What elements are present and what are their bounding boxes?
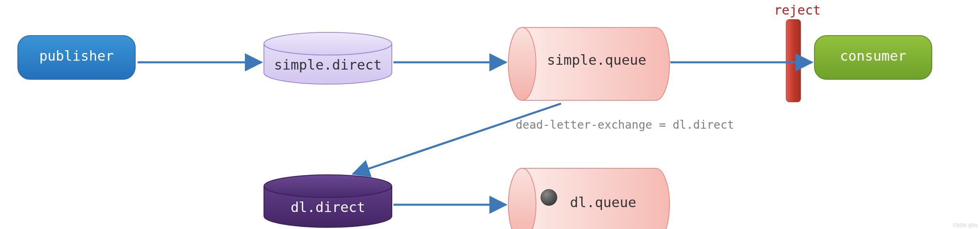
arrow-dlx-route <box>353 104 561 174</box>
simple-queue-node <box>508 28 670 100</box>
svg-rect-4 <box>814 36 932 79</box>
dl-direct-node <box>264 175 392 227</box>
dl-queue-node <box>508 168 670 229</box>
message-dot-icon <box>541 189 557 206</box>
consumer-node <box>814 36 932 79</box>
reject-bar <box>786 19 801 102</box>
diagram-svg <box>0 0 980 229</box>
svg-point-2 <box>508 28 536 100</box>
reject-label: reject <box>774 2 821 18</box>
dlx-binding-label: dead-letter-exchange = dl.direct <box>516 118 734 131</box>
svg-point-1 <box>264 32 392 55</box>
publisher-node <box>18 36 135 79</box>
simple-direct-node <box>264 32 392 84</box>
diagram-stage: publisher simple.direct simple.queue con… <box>0 0 980 229</box>
svg-point-5 <box>264 175 392 197</box>
svg-rect-0 <box>18 36 135 79</box>
svg-rect-3 <box>786 19 801 102</box>
watermark: CSDN @lis <box>953 223 978 228</box>
